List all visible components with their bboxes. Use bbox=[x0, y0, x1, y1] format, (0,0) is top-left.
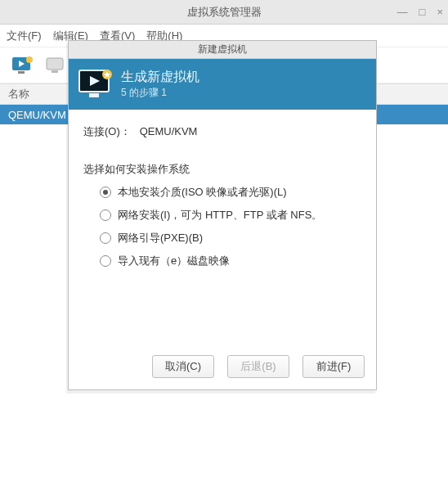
monitor-icon bbox=[78, 70, 113, 99]
radio-label: 网络安装(I)，可为 HTTP、FTP 或者 NFS。 bbox=[118, 208, 322, 223]
radio-icon bbox=[100, 255, 111, 267]
radio-local-media[interactable]: 本地安装介质(ISO 映像或者光驱)(L) bbox=[100, 185, 361, 200]
svg-rect-2 bbox=[18, 71, 25, 74]
svg-rect-8 bbox=[89, 93, 99, 97]
connection-row: 连接(O)： QEMU/KVM bbox=[83, 124, 361, 139]
radio-label: 导入现有（e）磁盘映像 bbox=[118, 254, 230, 268]
forward-button[interactable]: 前进(F) bbox=[302, 355, 365, 378]
menu-file[interactable]: 文件(F) bbox=[7, 29, 42, 43]
cancel-button[interactable]: 取消(C) bbox=[152, 355, 214, 378]
maximize-button[interactable]: □ bbox=[419, 6, 426, 18]
radio-icon bbox=[100, 187, 111, 198]
dialog-title: 新建虚拟机 bbox=[198, 43, 247, 56]
minimize-button[interactable]: — bbox=[397, 6, 408, 18]
dialog-titlebar: 新建虚拟机 bbox=[69, 41, 376, 59]
list-header-name: 名称 bbox=[8, 87, 29, 101]
dialog-step: 5 的步骤 1 bbox=[121, 86, 199, 100]
titlebar: 虚拟系统管理器 — □ × bbox=[0, 0, 448, 25]
radio-pxe-boot[interactable]: 网络引导(PXE)(B) bbox=[100, 231, 361, 245]
dialog-header: 生成新虚拟机 5 的步骤 1 bbox=[69, 59, 376, 110]
svg-point-3 bbox=[26, 56, 33, 63]
dialog-header-text: 生成新虚拟机 5 的步骤 1 bbox=[121, 69, 199, 100]
button-label: 后退(B) bbox=[240, 359, 276, 374]
install-method-label: 选择如何安装操作系统 bbox=[83, 162, 361, 177]
install-method-group: 本地安装介质(ISO 映像或者光驱)(L) 网络安装(I)，可为 HTTP、FT… bbox=[83, 185, 361, 268]
dialog-body: 连接(O)： QEMU/KVM 选择如何安装操作系统 本地安装介质(ISO 映像… bbox=[69, 110, 376, 347]
window-controls: — □ × bbox=[397, 6, 443, 18]
radio-import-disk[interactable]: 导入现有（e）磁盘映像 bbox=[100, 254, 361, 268]
button-label: 前进(F) bbox=[316, 359, 352, 374]
new-vm-dialog: 新建虚拟机 生成新虚拟机 5 的步骤 1 连接(O)： QEMU/KVM 选择如… bbox=[68, 40, 377, 390]
svg-rect-5 bbox=[52, 70, 58, 73]
list-row-label: QEMU/KVM bbox=[8, 109, 66, 121]
connection-value: QEMU/KVM bbox=[140, 125, 198, 137]
open-vm-icon[interactable] bbox=[43, 54, 69, 77]
svg-rect-4 bbox=[47, 58, 63, 70]
close-button[interactable]: × bbox=[437, 6, 443, 18]
dialog-heading: 生成新虚拟机 bbox=[121, 69, 199, 86]
radio-icon bbox=[100, 232, 111, 244]
radio-network-install[interactable]: 网络安装(I)，可为 HTTP、FTP 或者 NFS。 bbox=[100, 208, 361, 223]
button-label: 取消(C) bbox=[165, 359, 201, 374]
dialog-footer: 取消(C) 后退(B) 前进(F) bbox=[69, 347, 376, 389]
radio-icon bbox=[100, 209, 111, 221]
connection-label: 连接(O)： bbox=[83, 125, 131, 137]
new-vm-icon[interactable] bbox=[10, 54, 36, 77]
radio-label: 本地安装介质(ISO 映像或者光驱)(L) bbox=[118, 185, 287, 200]
back-button[interactable]: 后退(B) bbox=[227, 355, 289, 378]
window-title: 虚拟系统管理器 bbox=[187, 5, 262, 20]
radio-label: 网络引导(PXE)(B) bbox=[118, 231, 203, 245]
